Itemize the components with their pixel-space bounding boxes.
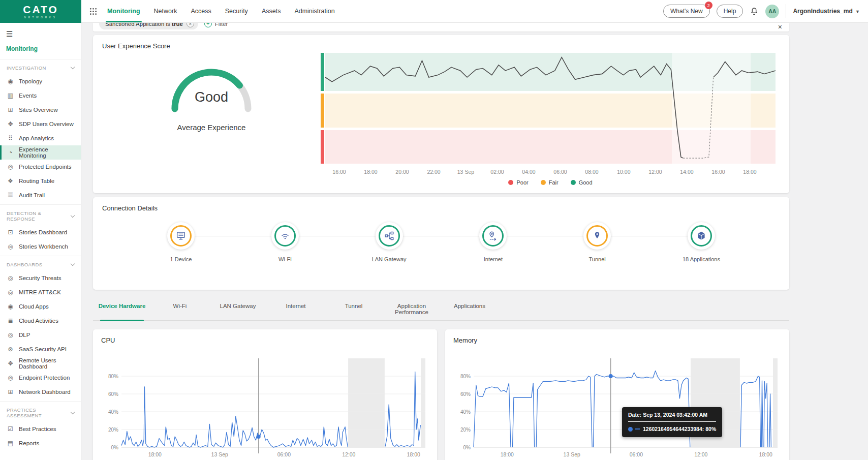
sidebar-item-dlp[interactable]: ◎DLP <box>0 328 81 342</box>
memory-chart[interactable]: 0%20%40%60%80%18:0013 Sep06:0012:0018:00… <box>453 358 781 460</box>
legend-item-good[interactable]: Good <box>571 179 593 186</box>
nav-item-monitoring[interactable]: Monitoring <box>107 0 140 22</box>
tab-internet[interactable]: Internet <box>267 297 325 320</box>
sidebar-item-network-dashboard[interactable]: ⊞Network Dashboard <box>0 385 81 399</box>
tab-device-hardware[interactable]: Device Hardware <box>93 297 151 320</box>
security-threats-icon: ◎ <box>7 274 14 282</box>
sidebar-item-reports[interactable]: ▤Reports <box>0 436 81 450</box>
connection-node-internet[interactable]: Internet <box>465 222 521 262</box>
whats-new-badge: 2 <box>705 2 712 9</box>
sidebar-item-app-analytics[interactable]: ⠿App Analytics <box>0 131 81 145</box>
cpu-chart[interactable]: 0%20%40%60%80%18:0013 Sep06:0012:0018:00 <box>101 358 429 460</box>
legend-item-fair[interactable]: Fair <box>541 179 559 186</box>
x-tick-label: 14:00 <box>680 169 693 175</box>
tab-label: Tunnel <box>345 303 363 309</box>
x-tick-label: 10:00 <box>617 169 630 175</box>
sidebar-item-label: Experience Monitoring <box>19 146 76 159</box>
help-button[interactable]: Help <box>717 5 743 18</box>
sidebar-item-label: Cloud Activities <box>19 318 58 324</box>
filter-chip-sanctioned-application[interactable]: Sanctioned Application is true × <box>99 23 198 29</box>
sidebar-section-header-detection-response[interactable]: DETECTION & RESPONSE <box>0 206 81 225</box>
sidebar-item-protected-endpoints[interactable]: ◎Protected Endpoints <box>0 160 81 174</box>
x-tick-label: 06:00 <box>553 169 567 175</box>
sidebar-item-label: Reports <box>19 440 39 446</box>
sidebar-item-events[interactable]: ▥Events <box>0 88 81 103</box>
sidebar-item-sites-overview[interactable]: ⊞Sites Overview <box>0 103 81 117</box>
sidebar-item-topology[interactable]: ◉Topology <box>0 74 81 88</box>
section-label: DETECTION & RESPONSE <box>7 210 71 222</box>
connection-node-circle <box>583 222 611 250</box>
connection-node-tunnel[interactable]: Tunnel <box>569 222 625 262</box>
sidebar-item-endpoint-protection[interactable]: ◎Endpoint Protection <box>0 371 81 385</box>
score-chart-canvas[interactable] <box>321 51 780 165</box>
connection-node-ring <box>274 225 296 247</box>
connection-node-lan-gateway[interactable]: LAN Gateway <box>361 222 417 262</box>
score-chart-svg[interactable] <box>321 51 776 164</box>
sidebar-item-mitre-att-ck[interactable]: ◎MITRE ATT&CK <box>0 285 81 299</box>
sidebar-item-saas-security-api[interactable]: ⊗SaaS Security API <box>0 342 81 356</box>
connection-node-wi-fi[interactable]: Wi-Fi <box>257 222 313 262</box>
connection-node-18-applications[interactable]: 18 Applications <box>673 222 729 262</box>
tab-tunnel[interactable]: Tunnel <box>325 297 383 320</box>
filter-chip-remove-icon[interactable]: × <box>187 23 194 27</box>
active-tab-underline <box>100 320 144 321</box>
legend-label: Poor <box>516 179 528 186</box>
connection-node-circle <box>376 222 403 250</box>
hamburger-menu-icon[interactable]: ☰ <box>0 23 81 40</box>
y-tick-label: 60% <box>460 391 471 397</box>
logo-title: CATO <box>23 4 58 15</box>
cursor-point <box>609 374 613 378</box>
tab-application-performance[interactable]: Application Performance <box>383 297 441 320</box>
sidebar-item-best-practices[interactable]: ☑Best Practices <box>0 422 81 436</box>
sidebar-item-cloud-apps[interactable]: ◉Cloud Apps <box>0 299 81 314</box>
tab-label: Wi-Fi <box>173 303 187 309</box>
sidebar-item-label: SDP Users Overview <box>19 121 74 127</box>
y-tick-label: 80% <box>108 374 118 379</box>
sidebar-title-monitoring[interactable]: Monitoring <box>0 40 81 59</box>
connection-node-ring <box>170 225 192 247</box>
sidebar-item-audit-trail[interactable]: ☰Audit Trail <box>0 188 81 202</box>
x-tick-label: 18:00 <box>148 451 162 457</box>
sidebar-item-experience-monitoring[interactable]: ◔Experience Monitoring <box>0 145 81 160</box>
sidebar-item-label: Remote Users Dashboard <box>19 357 76 370</box>
bell-icon[interactable] <box>750 7 759 16</box>
sidebar-item-stories-workbench[interactable]: ◎Stories Workbench <box>0 239 81 254</box>
close-icon[interactable]: × <box>778 23 782 31</box>
legend-item-poor[interactable]: Poor <box>508 179 528 186</box>
sidebar-item-sdp-users-overview[interactable]: ✥SDP Users Overview <box>0 117 81 131</box>
account-menu[interactable]: ArgonIndustries_md ▼ <box>793 8 860 15</box>
experience-monitoring-icon: ◔ <box>7 149 14 156</box>
app-grid-icon[interactable] <box>89 8 97 15</box>
sidebar-item-security-threats[interactable]: ◎Security Threats <box>0 271 81 285</box>
connection-node-1-device[interactable]: 1 Device <box>153 222 209 262</box>
legend-label: Good <box>579 179 593 186</box>
memory-chart-svg[interactable]: 0%20%40%60%80%18:0013 Sep06:0012:0018:00 <box>453 358 781 460</box>
nav-item-assets[interactable]: Assets <box>262 0 281 22</box>
sidebar-item-routing-table[interactable]: ❖Routing Table <box>0 174 81 188</box>
tab-lan-gateway[interactable]: LAN Gateway <box>209 297 267 320</box>
sidebar-item-label: Topology <box>19 78 42 84</box>
remote-users-icon: ✥ <box>7 360 14 367</box>
sidebar-item-stories-dashboard[interactable]: ⊡Stories Dashboard <box>0 225 81 239</box>
section-label: PRACTICES ASSESSMENT <box>7 407 71 418</box>
tab-wi-fi[interactable]: Wi-Fi <box>151 297 209 320</box>
add-filter-button[interactable]: + Filter <box>204 23 228 27</box>
nav-item-security[interactable]: Security <box>225 0 248 22</box>
nav-item-administration[interactable]: Administration <box>294 0 334 22</box>
sidebar-section-header-investigation[interactable]: INVESTIGATION <box>0 60 81 74</box>
sidebar-section-header-dashboards[interactable]: DASHBOARDS <box>0 257 81 271</box>
nav-item-access[interactable]: Access <box>191 0 211 22</box>
sidebar-item-cloud-activities[interactable]: ≣Cloud Activities <box>0 314 81 328</box>
cpu-chart-svg[interactable]: 0%20%40%60%80%18:0013 Sep06:0012:0018:00 <box>101 358 428 460</box>
connection-node-label: 18 Applications <box>683 256 720 262</box>
tab-applications[interactable]: Applications <box>441 297 499 320</box>
sidebar-item-remote-users-dashboard[interactable]: ✥Remote Users Dashboard <box>0 356 81 371</box>
sidebar-section-header-practices-assessment[interactable]: PRACTICES ASSESSMENT <box>0 403 81 422</box>
nav-item-network[interactable]: Network <box>154 0 177 22</box>
sidebar-item-label: Best Practices <box>19 426 56 432</box>
sidebar-item-label: Sites Overview <box>19 107 58 113</box>
connection-node-ring <box>379 225 400 247</box>
avatar[interactable]: AA <box>765 5 779 18</box>
cato-logo[interactable]: CATO NETWORKS <box>0 0 81 23</box>
whats-new-button[interactable]: What's New 2 <box>663 5 710 18</box>
